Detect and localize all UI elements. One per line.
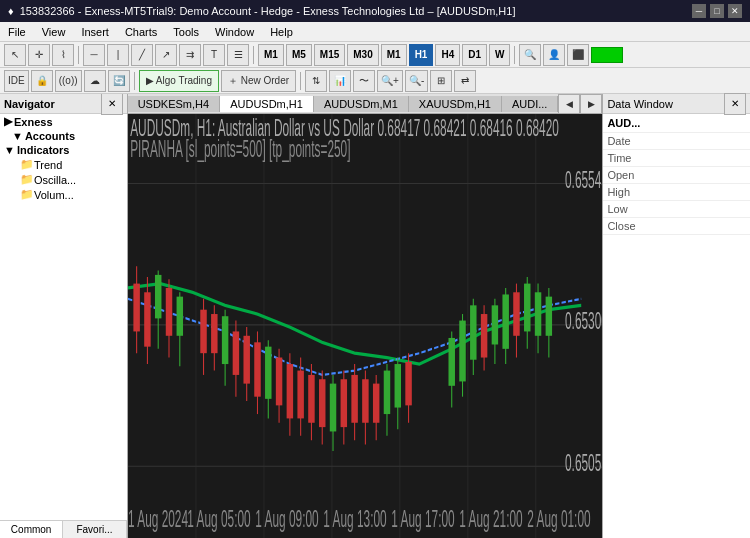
- window-controls[interactable]: ─ □ ✕: [692, 4, 742, 18]
- profile-btn[interactable]: 👤: [543, 44, 565, 66]
- chart-tab-scroll-left[interactable]: ◀: [558, 94, 580, 114]
- svg-rect-56: [373, 384, 379, 423]
- toolbar-2: IDE 🔒 ((o)) ☁ 🔄 ▶ Algo Trading ＋ New Ord…: [0, 68, 750, 94]
- svg-rect-54: [362, 379, 368, 422]
- svg-text:0.65300: 0.65300: [565, 308, 603, 335]
- svg-rect-14: [133, 284, 139, 332]
- menu-insert[interactable]: Insert: [73, 24, 117, 40]
- close-button[interactable]: ✕: [728, 4, 742, 18]
- menu-file[interactable]: File: [0, 24, 34, 40]
- chart-tab-xauusd[interactable]: XAUUSDm,H1: [409, 96, 502, 112]
- search-btn[interactable]: 🔍: [519, 44, 541, 66]
- nav-item-oscillators[interactable]: 📁 Oscilla...: [0, 172, 127, 187]
- new-order-button[interactable]: ＋ New Order: [221, 70, 296, 92]
- indicator-button[interactable]: 〜: [353, 70, 375, 92]
- scroll-button[interactable]: ⇄: [454, 70, 476, 92]
- zoom-out-button[interactable]: 🔍-: [405, 70, 428, 92]
- folder-icon: 📁: [20, 158, 34, 171]
- line-tool[interactable]: ⌇: [52, 44, 74, 66]
- dw-open-label: Open: [607, 169, 634, 181]
- minimize-button[interactable]: ─: [692, 4, 706, 18]
- svg-rect-72: [491, 305, 497, 344]
- tab-favorites[interactable]: Favori...: [63, 521, 126, 538]
- cloud-button[interactable]: ☁: [84, 70, 106, 92]
- chart-container[interactable]: 0.65545 0.65300 0.65055: [128, 114, 603, 538]
- svg-rect-48: [329, 384, 335, 432]
- tf-w[interactable]: W: [489, 44, 510, 66]
- level-btn[interactable]: ⬛: [567, 44, 589, 66]
- refresh-button[interactable]: 🔄: [108, 70, 130, 92]
- menu-view[interactable]: View: [34, 24, 74, 40]
- depth-button[interactable]: ⇅: [305, 70, 327, 92]
- chart-tab-audusd[interactable]: AUDUSDm,H1: [220, 96, 314, 112]
- svg-rect-22: [176, 297, 182, 336]
- navigator-panel: Navigator ✕ ▶ Exness ▼ Accounts ▼ Indica…: [0, 94, 128, 538]
- data-window-close[interactable]: ✕: [724, 93, 746, 115]
- tf-m15[interactable]: M15: [314, 44, 345, 66]
- grid-button[interactable]: ⊞: [430, 70, 452, 92]
- lock-button[interactable]: 🔒: [31, 70, 53, 92]
- nav-item-trend[interactable]: 📁 Trend: [0, 157, 127, 172]
- chart-tab-scroll-right[interactable]: ▶: [580, 94, 602, 114]
- vline-tool[interactable]: |: [107, 44, 129, 66]
- data-window-panel: Data Window ✕ AUD... Date Time Open High: [602, 94, 750, 538]
- svg-rect-30: [232, 331, 238, 374]
- text-tool[interactable]: T: [203, 44, 225, 66]
- zoom-in-button[interactable]: 🔍+: [377, 70, 403, 92]
- radio-button[interactable]: ((o)): [55, 70, 82, 92]
- expand-icon: ▶: [4, 115, 12, 128]
- svg-rect-24: [200, 310, 206, 353]
- nav-section-indicators[interactable]: ▼ Indicators: [0, 143, 127, 157]
- chart-tab-audi[interactable]: AUDI...: [502, 96, 558, 112]
- tf-m30[interactable]: M30: [347, 44, 378, 66]
- svg-text:2 Aug 01:00: 2 Aug 01:00: [527, 506, 590, 533]
- menu-bar: File View Insert Charts Tools Window Hel…: [0, 22, 750, 42]
- dw-row-low: Low: [603, 201, 750, 218]
- svg-rect-74: [502, 294, 508, 348]
- svg-text:0.65055: 0.65055: [565, 449, 603, 476]
- tf-d1[interactable]: D1: [462, 44, 487, 66]
- navigator-header: Navigator ✕: [0, 94, 127, 114]
- tf-h1[interactable]: H1: [409, 44, 434, 66]
- chart-tab-label-m1: AUDUSDm,M1: [324, 98, 398, 110]
- ide-button[interactable]: IDE: [4, 70, 29, 92]
- svg-rect-50: [340, 379, 346, 427]
- channel-tool[interactable]: ⇉: [179, 44, 201, 66]
- svg-rect-78: [524, 284, 530, 332]
- trendline-tool[interactable]: ╱: [131, 44, 153, 66]
- svg-rect-0: [128, 114, 603, 538]
- arrow-tool[interactable]: ↗: [155, 44, 177, 66]
- svg-rect-20: [165, 288, 171, 336]
- crosshair-tool[interactable]: ✛: [28, 44, 50, 66]
- svg-rect-44: [308, 375, 314, 423]
- chart-tab-audusdm1[interactable]: AUDUSDm,M1: [314, 96, 409, 112]
- tab-common[interactable]: Common: [0, 521, 63, 538]
- chart-tab-label: USDKESm,H4: [138, 98, 210, 110]
- menu-window[interactable]: Window: [207, 24, 262, 40]
- menu-help[interactable]: Help: [262, 24, 301, 40]
- oscillators-label: Oscilla...: [34, 174, 76, 186]
- navigator-close[interactable]: ✕: [101, 94, 123, 115]
- fib-tool[interactable]: ☰: [227, 44, 249, 66]
- menu-tools[interactable]: Tools: [165, 24, 207, 40]
- svg-text:1 Aug 05:00: 1 Aug 05:00: [187, 506, 250, 533]
- dw-close-label: Close: [607, 220, 635, 232]
- tf-m1b[interactable]: M1: [381, 44, 407, 66]
- folder-icon-3: 📁: [20, 188, 34, 201]
- hline-tool[interactable]: ─: [83, 44, 105, 66]
- dw-row-close: Close: [603, 218, 750, 235]
- chart-tab-usdkes[interactable]: USDKESm,H4: [128, 96, 221, 112]
- menu-charts[interactable]: Charts: [117, 24, 165, 40]
- svg-text:0.65545: 0.65545: [565, 166, 603, 193]
- nav-section-accounts[interactable]: ▼ Accounts: [0, 129, 127, 143]
- data-window-header: Data Window ✕: [603, 94, 750, 114]
- cursor-tool[interactable]: ↖: [4, 44, 26, 66]
- tf-m5[interactable]: M5: [286, 44, 312, 66]
- nav-item-volumes[interactable]: 📁 Volum...: [0, 187, 127, 202]
- algo-trading-button[interactable]: ▶ Algo Trading: [139, 70, 219, 92]
- tf-m1[interactable]: M1: [258, 44, 284, 66]
- chart-type-button[interactable]: 📊: [329, 70, 351, 92]
- tf-h4[interactable]: H4: [435, 44, 460, 66]
- maximize-button[interactable]: □: [710, 4, 724, 18]
- nav-section-exness[interactable]: ▶ Exness: [0, 114, 127, 129]
